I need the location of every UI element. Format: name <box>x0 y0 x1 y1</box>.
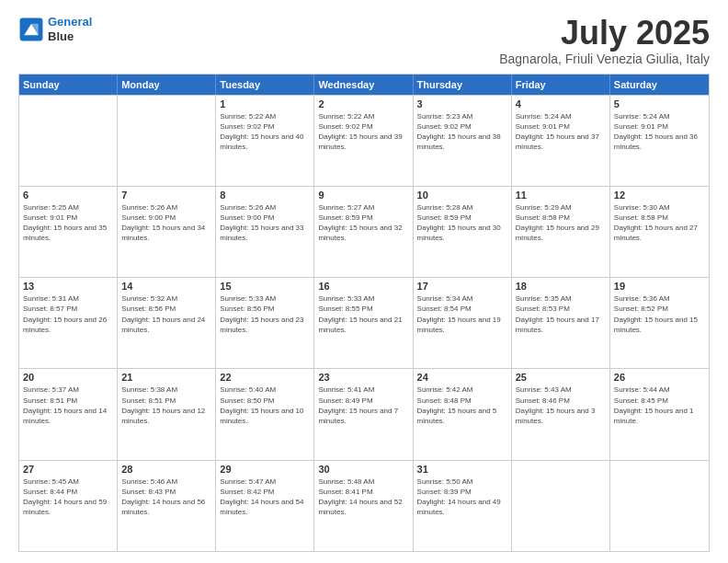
day-info: Sunrise: 5:35 AMSunset: 8:53 PMDaylight:… <box>516 293 606 335</box>
day-number: 31 <box>417 464 507 475</box>
cal-cell: 18Sunrise: 5:35 AMSunset: 8:53 PMDayligh… <box>512 278 610 368</box>
cal-cell: 3Sunrise: 5:23 AMSunset: 9:02 PMDaylight… <box>414 96 512 186</box>
cal-cell: 14Sunrise: 5:32 AMSunset: 8:56 PMDayligh… <box>118 278 216 368</box>
cal-cell: 16Sunrise: 5:33 AMSunset: 8:55 PMDayligh… <box>314 278 413 368</box>
day-number: 12 <box>614 190 705 201</box>
day-info: Sunrise: 5:32 AMSunset: 8:56 PMDaylight:… <box>121 293 211 335</box>
day-info: Sunrise: 5:27 AMSunset: 8:59 PMDaylight:… <box>318 202 408 244</box>
day-number: 22 <box>220 372 310 383</box>
day-number: 7 <box>121 190 211 201</box>
cal-cell: 13Sunrise: 5:31 AMSunset: 8:57 PMDayligh… <box>19 278 118 368</box>
day-number: 8 <box>220 190 310 201</box>
cal-cell: 31Sunrise: 5:50 AMSunset: 8:39 PMDayligh… <box>414 461 512 551</box>
day-info: Sunrise: 5:33 AMSunset: 8:55 PMDaylight:… <box>318 293 408 335</box>
day-number: 19 <box>614 281 705 292</box>
day-number: 28 <box>121 464 211 475</box>
header-day-wednesday: Wednesday <box>314 75 413 95</box>
cal-cell: 6Sunrise: 5:25 AMSunset: 9:01 PMDaylight… <box>19 187 118 277</box>
day-info: Sunrise: 5:24 AMSunset: 9:01 PMDaylight:… <box>614 111 705 153</box>
cal-cell: 20Sunrise: 5:37 AMSunset: 8:51 PMDayligh… <box>19 369 118 459</box>
week-row-1: 1Sunrise: 5:22 AMSunset: 9:02 PMDaylight… <box>19 95 709 186</box>
day-number: 23 <box>318 372 408 383</box>
cal-cell: 23Sunrise: 5:41 AMSunset: 8:49 PMDayligh… <box>314 369 413 459</box>
day-info: Sunrise: 5:41 AMSunset: 8:49 PMDaylight:… <box>318 385 408 426</box>
page: General Blue July 2025 Bagnarola, Friuli… <box>0 0 728 563</box>
day-info: Sunrise: 5:23 AMSunset: 9:02 PMDaylight:… <box>417 111 507 153</box>
header-day-tuesday: Tuesday <box>216 75 314 95</box>
day-number: 21 <box>121 372 211 383</box>
day-number: 25 <box>516 372 606 383</box>
day-info: Sunrise: 5:34 AMSunset: 8:54 PMDaylight:… <box>417 293 507 335</box>
cal-cell: 10Sunrise: 5:28 AMSunset: 8:59 PMDayligh… <box>414 187 512 277</box>
header-day-friday: Friday <box>512 75 610 95</box>
day-number: 16 <box>318 281 408 292</box>
day-number: 14 <box>121 281 211 292</box>
cal-cell: 29Sunrise: 5:47 AMSunset: 8:42 PMDayligh… <box>216 461 314 551</box>
day-info: Sunrise: 5:50 AMSunset: 8:39 PMDaylight:… <box>417 477 507 518</box>
day-info: Sunrise: 5:31 AMSunset: 8:57 PMDaylight:… <box>23 293 113 335</box>
day-number: 26 <box>614 372 705 383</box>
day-number: 4 <box>516 98 606 109</box>
logo: General Blue <box>18 15 92 43</box>
day-number: 24 <box>417 372 507 383</box>
day-info: Sunrise: 5:24 AMSunset: 9:01 PMDaylight:… <box>516 111 606 153</box>
cal-cell: 8Sunrise: 5:26 AMSunset: 9:00 PMDaylight… <box>216 187 314 277</box>
cal-cell: 15Sunrise: 5:33 AMSunset: 8:56 PMDayligh… <box>216 278 314 368</box>
day-number: 27 <box>23 464 113 475</box>
day-info: Sunrise: 5:42 AMSunset: 8:48 PMDaylight:… <box>417 385 507 426</box>
day-number: 1 <box>220 98 310 109</box>
day-info: Sunrise: 5:22 AMSunset: 9:02 PMDaylight:… <box>220 111 310 153</box>
cal-cell: 9Sunrise: 5:27 AMSunset: 8:59 PMDaylight… <box>314 187 413 277</box>
day-number: 30 <box>318 464 408 475</box>
day-info: Sunrise: 5:25 AMSunset: 9:01 PMDaylight:… <box>23 202 113 244</box>
day-info: Sunrise: 5:29 AMSunset: 8:58 PMDaylight:… <box>516 202 606 244</box>
cal-cell: 22Sunrise: 5:40 AMSunset: 8:50 PMDayligh… <box>216 369 314 459</box>
logo-text: General Blue <box>48 15 92 43</box>
cal-cell: 19Sunrise: 5:36 AMSunset: 8:52 PMDayligh… <box>610 278 709 368</box>
header-day-sunday: Sunday <box>19 75 118 95</box>
day-info: Sunrise: 5:22 AMSunset: 9:02 PMDaylight:… <box>318 111 408 153</box>
cal-cell: 27Sunrise: 5:45 AMSunset: 8:44 PMDayligh… <box>19 461 118 551</box>
cal-cell <box>512 461 610 551</box>
logo-icon <box>18 17 44 42</box>
calendar-header: SundayMondayTuesdayWednesdayThursdayFrid… <box>19 75 709 95</box>
cal-cell: 1Sunrise: 5:22 AMSunset: 9:02 PMDaylight… <box>216 96 314 186</box>
week-row-4: 20Sunrise: 5:37 AMSunset: 8:51 PMDayligh… <box>19 368 709 459</box>
header-day-monday: Monday <box>118 75 216 95</box>
cal-cell: 17Sunrise: 5:34 AMSunset: 8:54 PMDayligh… <box>414 278 512 368</box>
cal-cell <box>118 96 216 186</box>
calendar-body: 1Sunrise: 5:22 AMSunset: 9:02 PMDaylight… <box>19 95 709 551</box>
cal-cell <box>610 461 709 551</box>
day-info: Sunrise: 5:46 AMSunset: 8:43 PMDaylight:… <box>121 477 211 518</box>
title-block: July 2025 Bagnarola, Friuli Venezia Giul… <box>499 15 710 66</box>
day-number: 10 <box>417 190 507 201</box>
cal-cell: 4Sunrise: 5:24 AMSunset: 9:01 PMDaylight… <box>512 96 610 186</box>
day-number: 2 <box>318 98 408 109</box>
week-row-3: 13Sunrise: 5:31 AMSunset: 8:57 PMDayligh… <box>19 277 709 368</box>
day-info: Sunrise: 5:30 AMSunset: 8:58 PMDaylight:… <box>614 202 705 244</box>
calendar: SundayMondayTuesdayWednesdayThursdayFrid… <box>18 74 710 552</box>
week-row-2: 6Sunrise: 5:25 AMSunset: 9:01 PMDaylight… <box>19 186 709 277</box>
day-info: Sunrise: 5:37 AMSunset: 8:51 PMDaylight:… <box>23 385 113 426</box>
day-info: Sunrise: 5:48 AMSunset: 8:41 PMDaylight:… <box>318 477 408 518</box>
day-info: Sunrise: 5:40 AMSunset: 8:50 PMDaylight:… <box>220 385 310 426</box>
main-title: July 2025 <box>499 15 710 52</box>
day-number: 5 <box>614 98 705 109</box>
day-number: 3 <box>417 98 507 109</box>
cal-cell: 7Sunrise: 5:26 AMSunset: 9:00 PMDaylight… <box>118 187 216 277</box>
cal-cell: 26Sunrise: 5:44 AMSunset: 8:45 PMDayligh… <box>610 369 709 459</box>
day-number: 20 <box>23 372 113 383</box>
day-number: 17 <box>417 281 507 292</box>
day-number: 13 <box>23 281 113 292</box>
day-info: Sunrise: 5:26 AMSunset: 9:00 PMDaylight:… <box>121 202 211 244</box>
cal-cell: 11Sunrise: 5:29 AMSunset: 8:58 PMDayligh… <box>512 187 610 277</box>
cal-cell: 21Sunrise: 5:38 AMSunset: 8:51 PMDayligh… <box>118 369 216 459</box>
cal-cell: 30Sunrise: 5:48 AMSunset: 8:41 PMDayligh… <box>314 461 413 551</box>
day-number: 15 <box>220 281 310 292</box>
day-info: Sunrise: 5:38 AMSunset: 8:51 PMDaylight:… <box>121 385 211 426</box>
subtitle: Bagnarola, Friuli Venezia Giulia, Italy <box>499 52 710 66</box>
day-info: Sunrise: 5:43 AMSunset: 8:46 PMDaylight:… <box>516 385 606 426</box>
header-day-thursday: Thursday <box>414 75 512 95</box>
day-number: 6 <box>23 190 113 201</box>
day-info: Sunrise: 5:26 AMSunset: 9:00 PMDaylight:… <box>220 202 310 244</box>
